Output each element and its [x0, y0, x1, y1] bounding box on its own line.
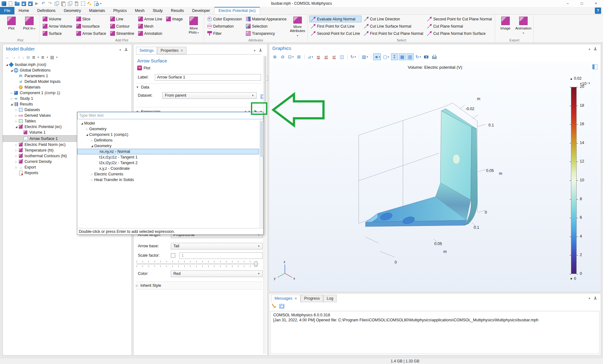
expression-item-geometry[interactable]: ◢Geometry — [77, 143, 259, 149]
ribbon-button-image[interactable]: Image — [165, 16, 184, 22]
close-icon[interactable]: ✕ — [180, 49, 183, 53]
ribbon-tab-study[interactable]: Study — [149, 7, 167, 14]
ribbon-button-cut-plane-normal[interactable]: Cut Plane Normal — [426, 23, 493, 29]
tree-expander-icon[interactable]: ▷ — [90, 179, 94, 181]
ribbon-button-selection[interactable]: Selection — [244, 23, 288, 29]
expression-item-heat-transfer-in-solids[interactable]: ▷Heat Transfer in Solids — [77, 177, 259, 183]
inherit-style-section-header[interactable]: ▷ Inherit Style — [136, 281, 262, 290]
panel-menu-caret-icon[interactable]: ▾ — [119, 48, 121, 51]
ribbon-button-second-point-for-cut-line[interactable]: Second Point for Cut Line — [309, 30, 361, 37]
ribbon-button-volume[interactable]: Volume — [41, 16, 74, 22]
pin-icon[interactable] — [258, 48, 263, 53]
view-xz-icon[interactable]: xz — [331, 53, 338, 60]
ribbon-button-contour[interactable]: Contour — [109, 23, 136, 29]
tree-expander-icon[interactable]: ◢ — [80, 122, 84, 125]
close-icon[interactable]: ✕ — [294, 297, 297, 301]
tab-properties[interactable]: Properties✕ — [157, 47, 187, 54]
ribbon-button-first-point-for-cut-line[interactable]: First Point for Cut Line — [309, 23, 361, 29]
ribbon-tab-electric-potential-ec[interactable]: Electric Potential (ec) — [214, 7, 260, 14]
ribbon-button-filter[interactable]: Filter — [206, 30, 243, 37]
ribbon-button-cut-line-direction[interactable]: Cut Line Direction — [362, 16, 425, 22]
panel-menu-caret-icon[interactable]: ▾ — [254, 49, 255, 52]
plot-button[interactable]: Plot — [137, 66, 150, 70]
ribbon-button-color-expression[interactable]: Color Expression — [206, 16, 243, 22]
maximize-button[interactable]: □ — [575, 0, 589, 7]
move-up-icon[interactable]: ↑ — [18, 55, 20, 60]
save-as-icon[interactable] — [28, 1, 33, 6]
tab-messages[interactable]: Messages✕ — [271, 295, 301, 302]
arrow-base-select[interactable]: Tail▼ — [171, 243, 263, 249]
ribbon-button-deformation[interactable]: Deformation — [206, 23, 243, 29]
ribbon-tab-materials[interactable]: Materials — [85, 7, 109, 14]
tree-item-default-model-inputs[interactable]: ⇄Default Model Inputs — [3, 79, 132, 84]
snapshot-icon[interactable] — [423, 53, 430, 60]
zoom-box-icon[interactable]: ⊡▾ — [287, 53, 295, 60]
expression-item-definitions[interactable]: ▷Definitions — [77, 137, 259, 143]
scale-factor-checkbox[interactable] — [171, 253, 175, 258]
go-to-default-view-icon[interactable]: ⊿▾ — [307, 53, 314, 60]
forward-icon[interactable]: → — [12, 55, 16, 60]
ribbon-button-slice[interactable]: Slice — [75, 16, 108, 22]
tree-item-component-1[interactable]: ▷Component 1(comp 1) — [3, 90, 132, 96]
tree-expander-icon[interactable]: ◢ — [14, 126, 19, 128]
back-icon[interactable]: ← — [5, 55, 9, 60]
ribbon-button-arrow-surface[interactable]: Arrow Surface — [75, 30, 108, 37]
ribbon-button-material-appearance[interactable]: Material Appearance — [244, 16, 288, 22]
color-select[interactable]: Red▼ — [171, 270, 263, 277]
settings-scrollbar[interactable] — [263, 56, 267, 354]
redo-icon[interactable]: ↷ — [47, 1, 52, 6]
chevron-down-icon[interactable]: ▾ — [56, 56, 57, 59]
filter-input[interactable] — [77, 112, 263, 119]
label-input[interactable]: Arrow Surface 1 — [155, 74, 261, 81]
show-grid-toggle-icon[interactable]: ▦ — [399, 53, 406, 60]
tree-expander-icon[interactable]: ▷ — [85, 128, 89, 131]
ribbon-button-cut-plane-normal-from-surface[interactable]: Cut Plane Normal from Surface — [426, 30, 493, 37]
tree-expander-icon[interactable]: ▷ — [14, 143, 19, 146]
ribbon-button-arrow-line[interactable]: Arrow Line — [137, 16, 164, 22]
save-icon[interactable] — [21, 1, 26, 6]
search-icon[interactable] — [94, 1, 99, 6]
pin-icon[interactable] — [593, 296, 598, 301]
scene-settings-icon[interactable]: ▧▾ — [361, 53, 369, 60]
slider-handle[interactable] — [254, 262, 258, 266]
tree-expander-icon[interactable]: ◢ — [9, 103, 14, 106]
dataset-select[interactable]: From parent▼ — [162, 92, 257, 99]
tree-item-study-1[interactable]: ▷∞Study 1 — [3, 96, 132, 101]
tree-item-global-definitions[interactable]: ◢Global Definitions — [3, 67, 132, 73]
zoom-in-icon[interactable]: ⊕ — [271, 53, 278, 60]
ribbon-tab-home[interactable]: Home — [14, 7, 33, 14]
node-text-icon[interactable]: ▤ — [50, 55, 54, 60]
delete-icon[interactable] — [74, 1, 79, 6]
tab-progress[interactable]: Progress — [301, 295, 323, 302]
ribbon-button-first-point-for-cut-plane-normal[interactable]: First Point for Cut Plane Normal — [362, 30, 425, 37]
pin-icon[interactable] — [123, 47, 128, 52]
paste-icon[interactable] — [61, 1, 66, 6]
ribbon-button-plot[interactable]: Plot — [3, 16, 20, 38]
help-button[interactable]: ? — [595, 8, 601, 14]
close-button[interactable]: × — [589, 0, 603, 7]
data-section-header[interactable]: ▼ Data — [136, 83, 262, 89]
ribbon-tab-results[interactable]: Results — [167, 7, 188, 14]
view-xy-icon[interactable]: xy — [315, 53, 322, 60]
scale-factor-slider[interactable] — [137, 261, 258, 267]
pin-icon[interactable] — [593, 47, 598, 52]
run-icon[interactable]: ▶ — [34, 1, 39, 6]
ribbon-button-second-point-for-cut-plane-normal[interactable]: Second Point for Cut Plane Normal — [426, 16, 493, 22]
update-plot-icon[interactable]: ↻▾ — [415, 53, 422, 60]
scene-light-icon[interactable]: ◄▾ — [373, 53, 381, 60]
tree-expander-icon[interactable]: ▷ — [14, 114, 19, 117]
expression-item-t2x-t2y-t2z-tangent-2[interactable]: t2x,t2y,t2z - Tangent 2 — [77, 160, 259, 166]
tree-expander-icon[interactable]: ◢ — [9, 69, 14, 72]
ribbon-button-more-plots[interactable]: More Plots ▾ — [185, 16, 202, 38]
show-icon[interactable]: ⊙ — [26, 55, 30, 60]
expression-item-geometry[interactable]: ▷Geometry — [77, 126, 259, 132]
ribbon-tab-definitions[interactable]: Definitions — [33, 7, 60, 14]
chevron-down-icon[interactable]: ▾ — [38, 56, 39, 59]
open-file-icon[interactable] — [14, 1, 19, 6]
copy-icon[interactable] — [54, 1, 59, 6]
tree-expander-icon[interactable]: ▷ — [14, 120, 19, 123]
camera-projection-icon[interactable]: ◫ — [339, 53, 345, 60]
environment-icon[interactable]: ▢▾ — [382, 53, 390, 60]
ribbon-button-arrow-volume[interactable]: Arrow Volume — [41, 23, 74, 29]
panel-menu-caret-icon[interactable]: ▾ — [589, 297, 590, 300]
